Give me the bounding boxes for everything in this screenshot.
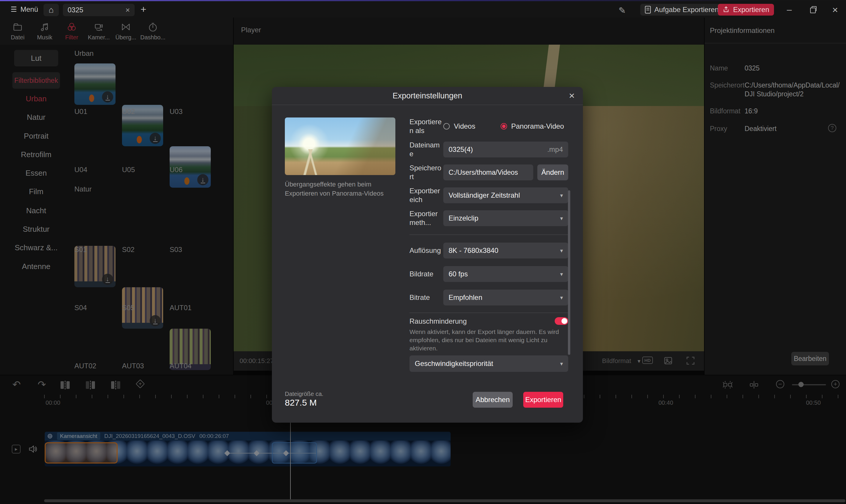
toolbar-item-uebergang[interactable]: Überg... xyxy=(112,22,139,41)
toolbar-item-filter[interactable]: Filter xyxy=(58,22,85,41)
sidebar-item-portrait[interactable]: Portrait xyxy=(9,130,64,142)
radio-videos[interactable]: Videos xyxy=(443,122,475,130)
split-clip-button[interactable] xyxy=(61,381,70,390)
save-location-value: C:/Users/thoma/Videos xyxy=(449,168,518,177)
speed-priority-value: Geschwindigkeitspriorität xyxy=(415,360,493,368)
sidebar-item-filterbibliothek[interactable]: Filterbibliothek xyxy=(12,72,60,89)
toolbar-label: Datei xyxy=(11,34,25,41)
change-location-button[interactable]: Ändern xyxy=(537,164,568,180)
sidebar-item-nacht[interactable]: Nacht xyxy=(9,205,64,216)
bildformat-label: Bildformat xyxy=(602,357,631,365)
track-preview-button[interactable]: ▸ xyxy=(12,445,21,453)
filter-tile-u01[interactable]: ↓ xyxy=(74,64,116,105)
new-tab-button[interactable]: + xyxy=(140,3,146,15)
timeline-zoom-slider[interactable] xyxy=(792,384,826,385)
timeline-zoom-in-button[interactable]: + xyxy=(831,380,840,388)
filter-tile-label: U05 xyxy=(122,166,135,174)
confirm-export-button[interactable]: Exportieren xyxy=(523,392,563,408)
toolbar-label: Überg... xyxy=(115,34,136,41)
restore-button[interactable] xyxy=(806,3,818,16)
clip-header[interactable]: Kameraansicht DJI_20260319165624_0043_D.… xyxy=(45,432,451,440)
export-task-label: Aufgabe Exportieren xyxy=(654,5,719,14)
keyframe-diamond[interactable] xyxy=(224,450,230,456)
download-icon[interactable]: ↓ xyxy=(102,274,113,285)
sidebar-item-natur[interactable]: Natur xyxy=(9,112,64,123)
clip-selection-blue[interactable] xyxy=(272,442,317,464)
trim-left-button[interactable] xyxy=(86,381,95,390)
sidebar-label: Portrait xyxy=(24,131,49,141)
chevron-down-icon: ▾ xyxy=(560,192,563,199)
keyframe-diamond[interactable] xyxy=(254,450,260,456)
sidebar-item-schwarz[interactable]: Schwarz &... xyxy=(9,242,64,253)
filename-input[interactable]: 0325(4) .mp4 xyxy=(443,142,568,158)
framerate-dropdown[interactable]: 60 fps ▾ xyxy=(443,266,568,282)
download-icon[interactable]: ↓ xyxy=(150,133,161,144)
align-clips-icon[interactable] xyxy=(749,380,759,390)
edit-button[interactable]: Bearbeiten xyxy=(791,352,829,365)
home-button[interactable]: ⌂ xyxy=(44,4,59,16)
preview-caption: Übergangseffekte gehen beim Exportieren … xyxy=(285,180,411,198)
fullscreen-icon[interactable] xyxy=(686,356,695,365)
filter-tile-label: AUT01 xyxy=(170,304,192,312)
chevron-down-icon: ▾ xyxy=(560,360,563,367)
hd-quality-button[interactable]: HD xyxy=(642,357,653,364)
download-icon[interactable]: ↓ xyxy=(150,315,161,326)
speed-priority-dropdown[interactable]: Geschwindigkeitspriorität ▾ xyxy=(410,355,568,372)
clip-selection-orange[interactable] xyxy=(45,442,118,464)
video-clip[interactable] xyxy=(45,440,451,466)
filter-tile-label: S02 xyxy=(122,246,135,254)
filter-tile-label: S03 xyxy=(170,246,182,254)
project-location-value-line1: C:/Users/thoma/AppData/Local/ xyxy=(745,81,840,90)
dialog-header: Exporteinstellungen × xyxy=(272,87,583,105)
resolution-dropdown[interactable]: 8K - 7680x3840 ▾ xyxy=(443,242,568,258)
sidebar-item-antenne[interactable]: Antenne xyxy=(9,261,64,272)
redo-button[interactable]: ↷ xyxy=(38,379,46,390)
cancel-label: Abbrechen xyxy=(476,396,510,404)
resolution-label: Auflösung xyxy=(410,242,442,258)
filter-tile-label: U02 xyxy=(122,108,135,116)
sidebar-item-urban[interactable]: Urban xyxy=(9,93,64,104)
dialog-close-icon[interactable]: × xyxy=(569,90,575,101)
toolbar-item-musik[interactable]: Musik xyxy=(31,22,58,41)
close-window-button[interactable]: × xyxy=(829,3,841,16)
snapshot-icon[interactable] xyxy=(663,356,673,365)
sidebar-item-lut[interactable]: Lut xyxy=(14,50,58,66)
menu-button[interactable]: ☰ Menü xyxy=(6,3,43,15)
save-location-input[interactable]: C:/Users/thoma/Videos xyxy=(443,164,533,180)
sidebar-item-struktur[interactable]: Struktur xyxy=(9,223,64,235)
undo-button[interactable]: ↶ xyxy=(12,379,21,390)
toolbar-item-datei[interactable]: Datei xyxy=(4,22,31,41)
panel-divider xyxy=(704,18,705,375)
timeline-zoom-slider-knob[interactable] xyxy=(798,382,804,387)
bildformat-dropdown[interactable]: Bildformat ▾ xyxy=(602,357,640,365)
bitrate-dropdown[interactable]: Empfohlen ▾ xyxy=(443,290,568,305)
timeline-zoom-out-button[interactable]: − xyxy=(776,380,784,388)
export-range-dropdown[interactable]: Vollständiger Zeitstrahl ▾ xyxy=(443,187,568,203)
dialog-scrollbar[interactable] xyxy=(568,190,570,355)
export-method-dropdown[interactable]: Einzelclip ▾ xyxy=(443,210,568,226)
cancel-button[interactable]: Abbrechen xyxy=(473,392,513,408)
sidebar-item-essen[interactable]: Essen xyxy=(9,167,64,179)
project-panel-title: Projektinformationen xyxy=(705,18,846,35)
export-button[interactable]: Exportieren xyxy=(718,4,774,16)
noise-reduction-toggle[interactable] xyxy=(555,317,568,325)
horizontal-scrollbar[interactable] xyxy=(44,499,845,502)
download-icon[interactable]: ↓ xyxy=(197,174,208,185)
export-task-button[interactable]: Aufgabe Exportieren xyxy=(640,4,723,16)
tab-close-icon[interactable]: × xyxy=(125,5,130,15)
add-keyframe-button[interactable]: + xyxy=(136,379,144,388)
minimize-button[interactable]: – xyxy=(783,3,795,16)
radio-panorama-video[interactable]: Panorama-Video xyxy=(501,122,564,130)
notes-button[interactable]: ✎ xyxy=(619,5,626,16)
speaker-icon[interactable] xyxy=(28,444,38,454)
download-icon[interactable]: ↓ xyxy=(102,91,113,103)
toolbar-item-dashboard[interactable]: Dashbo... xyxy=(139,22,166,41)
toolbar-item-kamera[interactable]: Kamer... xyxy=(85,22,112,41)
tab-0325[interactable]: 0325 × xyxy=(63,4,135,16)
magnet-snap-icon[interactable] xyxy=(723,380,733,390)
sidebar-item-film[interactable]: Film xyxy=(9,186,64,197)
help-icon[interactable]: ? xyxy=(828,124,836,132)
sidebar-item-retrofilm[interactable]: Retrofilm xyxy=(9,149,64,160)
trim-right-button[interactable] xyxy=(111,381,120,390)
chevron-down-icon: ▾ xyxy=(560,294,563,301)
